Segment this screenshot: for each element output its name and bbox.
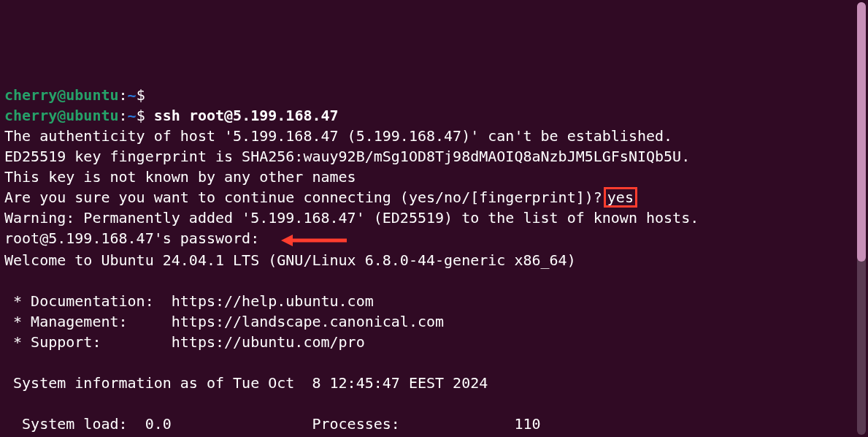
doc-url: https://help.ubuntu.com <box>172 292 374 310</box>
ssh-not-known-line: This key is not known by any other names <box>4 167 864 187</box>
blank-line <box>4 270 864 291</box>
cwd: ~ <box>128 86 137 104</box>
scrollbar-vertical[interactable] <box>857 2 866 435</box>
ssh-auth-line: The authenticity of host '5.199.168.47 (… <box>4 126 864 146</box>
user-host: cherry@ubuntu <box>4 107 119 124</box>
motd-doc-line: * Documentation: https://help.ubuntu.com <box>4 291 864 311</box>
arrow-left-icon <box>281 233 347 248</box>
motd-support-line: * Support: https://ubuntu.com/pro <box>4 332 864 352</box>
blank-line <box>4 352 864 373</box>
support-url: https://ubuntu.com/pro <box>172 333 365 351</box>
terminal-output[interactable]: cherry@ubuntu:~$cherry@ubuntu:~$ ssh roo… <box>4 85 864 437</box>
sysinfo-row-2: Usage of /: 11.5% of 18.33GB Users logge… <box>4 434 864 438</box>
ssh-password-prompt: root@5.199.168.47's password: <box>4 229 259 247</box>
command-text: ssh root@5.199.168.47 <box>154 107 339 124</box>
annotation-arrow <box>281 229 347 250</box>
user-host: cherry@ubuntu <box>4 86 119 104</box>
motd-welcome: Welcome to Ubuntu 24.04.1 LTS (GNU/Linux… <box>4 250 864 270</box>
ssh-confirm-prompt: Are you sure you want to continue connec… <box>4 189 602 206</box>
cwd: ~ <box>128 107 137 124</box>
sysinfo-row-1: System load: 0.0 Processes: 110 <box>4 414 864 434</box>
ssh-confirm-answer: yes <box>607 189 634 206</box>
prompt-line-1: cherry@ubuntu:~$ <box>4 85 864 105</box>
ssh-fingerprint-line: ED25519 key fingerprint is SHA256:wauy92… <box>4 146 864 167</box>
ssh-warning-line: Warning: Permanently added '5.199.168.47… <box>4 208 864 228</box>
sysinfo-header: System information as of Tue Oct 8 12:45… <box>4 373 864 393</box>
blank-line <box>4 393 864 414</box>
annotation-highlight-box: yes <box>604 187 637 208</box>
ssh-password-line: root@5.199.168.47's password: <box>4 228 864 250</box>
ssh-confirm-line: Are you sure you want to continue connec… <box>4 187 864 208</box>
prompt-line-2: cherry@ubuntu:~$ ssh root@5.199.168.47 <box>4 105 864 126</box>
motd-mgmt-line: * Management: https://landscape.canonica… <box>4 311 864 332</box>
mgmt-url: https://landscape.canonical.com <box>172 313 444 330</box>
scrollbar-thumb[interactable] <box>857 2 866 262</box>
svg-marker-1 <box>281 235 293 246</box>
